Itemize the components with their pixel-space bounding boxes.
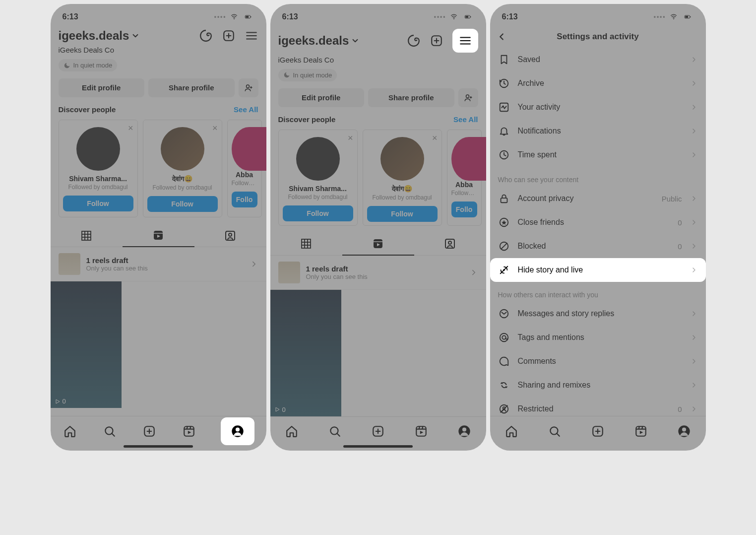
tab-tagged[interactable] [194,224,266,247]
settings-list[interactable]: SavedArchiveYour activityNotificationsTi… [490,48,706,416]
settings-item-archive[interactable]: Archive [490,71,706,95]
threads-icon[interactable] [407,34,421,48]
nav-search[interactable] [547,423,563,439]
settings-item-sharing-and-remixes[interactable]: Sharing and remixes [490,373,706,397]
discover-people-button[interactable] [239,78,258,97]
settings-item-restricted[interactable]: Restricted0 [490,397,706,416]
drafts-row[interactable]: 1 reels draft Only you can see this [51,247,266,281]
nav-profile[interactable] [456,423,472,439]
see-all-link[interactable]: See All [453,115,478,124]
chevron-right-icon [690,195,698,202]
settings-item-time-spent[interactable]: Time spent [490,143,706,167]
nav-reels[interactable] [181,423,197,439]
menu-button[interactable] [452,29,478,53]
settings-item-close-friends[interactable]: Close friends0 [490,210,706,234]
person-card[interactable]: × Shivam Sharma... Followed by omdbagul … [278,130,358,226]
settings-item-label: Time spent [518,150,682,159]
tab-reels[interactable] [342,233,414,256]
home-icon [285,425,298,438]
share-profile-button[interactable]: Share profile [148,78,235,97]
reels-icon [152,229,164,241]
reel-play-count: 0 [55,398,66,405]
search-icon [103,425,116,438]
share-profile-button[interactable]: Share profile [368,88,454,107]
tab-grid[interactable] [270,233,342,256]
back-button[interactable] [496,31,507,42]
reel-item[interactable]: 0 [51,281,122,408]
block-icon [498,240,510,252]
person-card[interactable]: Abba Followed by omdba Follo [227,120,262,217]
drafts-row[interactable]: 1 reels draft Only you can see this [270,256,486,290]
people-scroller[interactable]: × Shivam Sharma... Followed by omdbagul … [51,117,266,217]
settings-item-hide-story-and-live[interactable]: Hide story and live [490,258,706,282]
status-time: 6:13 [63,12,78,21]
follow-button[interactable]: Follow [367,206,438,222]
follow-button[interactable]: Follo [232,192,257,207]
quiet-mode-chip[interactable]: In quiet mode [278,69,337,81]
close-icon[interactable]: × [212,123,218,134]
settings-item-messages-and-story-replies[interactable]: Messages and story replies [490,302,706,326]
settings-item-comments[interactable]: Comments [490,349,706,373]
people-scroller[interactable]: × Shivam Sharma... Followed by omdbagul … [270,127,486,226]
settings-item-saved[interactable]: Saved [490,48,706,71]
chevron-right-icon [690,218,698,226]
nav-profile[interactable] [221,417,254,445]
hamburger-icon [459,34,472,47]
nav-create[interactable] [370,423,386,439]
close-icon[interactable]: × [128,123,133,134]
follow-button[interactable]: Follo [451,201,477,217]
chevron-right-icon [690,127,698,135]
nav-create[interactable] [141,423,157,439]
settings-item-blocked[interactable]: Blocked0 [490,234,706,258]
person-sub: Followed by omdba [232,180,257,187]
nav-create[interactable] [590,423,606,439]
person-name: Abba [451,181,477,189]
adduser-icon [244,83,253,92]
person-card[interactable]: × Shivam Sharma... Followed by omdbagul … [59,120,138,217]
reel-item[interactable]: 0 [270,290,341,416]
person-card[interactable]: Abba Followed by omdba Follo [447,130,482,226]
close-icon[interactable]: × [348,133,353,143]
nav-profile[interactable] [676,423,692,439]
discover-people-button[interactable] [458,88,478,107]
tab-reels[interactable] [123,224,194,247]
username-switcher[interactable]: igeeks.deals [278,34,360,48]
nav-search[interactable] [102,423,118,439]
username-switcher[interactable]: igeeks.deals [59,29,140,43]
nav-home[interactable] [284,423,300,439]
star-icon [498,216,510,228]
person-card[interactable]: × देवांग😄 Followed by omdbagul Follow [363,130,442,226]
settings-item-notifications[interactable]: Notifications [490,119,706,143]
settings-item-tags-and-mentions[interactable]: Tags and mentions [490,326,706,349]
panel-menu-highlight: 6:13 •••• igeeks.deals iGeeks Deals Co I… [270,4,486,451]
person-card[interactable]: × देवांग😄 Followed by omdbagul Follow [143,120,222,217]
message-icon [498,308,510,320]
tab-tagged[interactable] [414,233,486,256]
edit-profile-button[interactable]: Edit profile [278,88,365,107]
person-name: Shivam Sharma... [63,175,133,183]
see-all-link[interactable]: See All [234,105,258,114]
quiet-mode-chip[interactable]: In quiet mode [59,59,118,71]
grid-icon [80,230,92,242]
home-indicator [124,445,193,448]
nav-home[interactable] [504,423,519,439]
grid-icon [300,238,312,250]
create-button[interactable] [222,29,236,43]
chevron-right-icon [250,260,258,268]
nav-reels[interactable] [633,423,649,439]
nav-home[interactable] [62,423,78,439]
menu-button[interactable] [245,29,258,43]
settings-item-your-activity[interactable]: Your activity [490,95,706,119]
person-sub: Followed by omdbagul [367,194,438,201]
nav-search[interactable] [327,423,343,439]
tab-grid[interactable] [51,224,123,247]
edit-profile-button[interactable]: Edit profile [59,78,145,97]
close-icon[interactable]: × [432,133,438,143]
follow-button[interactable]: Follow [283,205,353,221]
threads-icon[interactable] [199,29,213,43]
follow-button[interactable]: Follow [63,196,133,211]
settings-item-account-privacy[interactable]: Account privacyPublic [490,187,706,210]
follow-button[interactable]: Follow [147,196,218,212]
nav-reels[interactable] [413,423,429,439]
create-button[interactable] [430,34,443,48]
